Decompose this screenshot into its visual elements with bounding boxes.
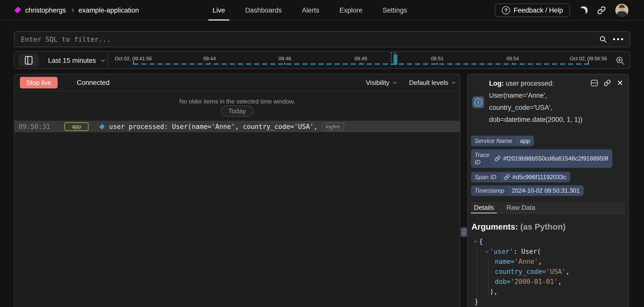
code-line: dob='2000-01-01',	[471, 277, 626, 287]
default-levels-dropdown[interactable]: Default levels	[409, 79, 454, 87]
log-level-diamond-icon	[99, 124, 105, 130]
feedback-help-button[interactable]: ? Feedback / Help	[495, 4, 570, 17]
close-icon[interactable]	[617, 80, 623, 86]
arguments-code-tree: { 'user': User( name='Anne', country_cod…	[471, 236, 626, 307]
app-root: christophergs example-application Live D…	[0, 0, 644, 307]
logfire-logo-icon	[14, 7, 21, 13]
more-options-icon[interactable]	[613, 38, 623, 40]
stop-live-button[interactable]: Stop live	[20, 77, 58, 88]
timeline-track[interactable]	[133, 63, 588, 65]
breadcrumb: christophergs example-application	[25, 0, 139, 21]
tab-live[interactable]: Live	[213, 0, 225, 21]
tab-explore[interactable]: Explore	[339, 0, 363, 21]
copy-link-icon[interactable]	[604, 79, 611, 86]
log-row[interactable]: 09:50:31 app user processed: User(name='…	[14, 121, 460, 133]
breadcrumb-org[interactable]: christophergs	[25, 7, 66, 14]
visibility-dropdown[interactable]: Visibility	[366, 79, 395, 87]
code-line: }	[471, 297, 626, 307]
code-line: ),	[471, 287, 626, 297]
top-nav-bar: christophergs example-application Live D…	[0, 0, 644, 21]
scope-tag: logfire	[322, 123, 344, 131]
sql-filter-bar	[14, 31, 630, 47]
log-detail-panel: i Log: user processed: User(name='Anne',…	[467, 74, 629, 307]
panel-resize-handle[interactable]	[461, 227, 467, 237]
today-chip[interactable]: Today	[221, 106, 253, 117]
live-controls-row: Stop live Connected Visibility Default l…	[14, 74, 460, 91]
tab-dashboards[interactable]: Dashboards	[245, 0, 282, 21]
attribute-timestamp: Timestamp 2024-10-02 09:50:31.301	[471, 185, 584, 196]
share-link-icon[interactable]	[597, 6, 606, 15]
feedback-help-label: Feedback / Help	[513, 7, 563, 14]
empty-window-message: No older items in the selected time wind…	[14, 98, 460, 105]
log-timestamp: 09:50:31	[19, 123, 50, 130]
time-range-selector[interactable]: Last 15 minutes	[48, 52, 104, 69]
attribute-service-name: Service Name app	[471, 136, 534, 146]
timeline-selection-marker	[391, 53, 396, 65]
span-link-icon[interactable]	[504, 174, 510, 180]
search-icon[interactable]	[599, 35, 607, 43]
detail-tabs: Details Raw Data	[471, 202, 625, 214]
info-level-icon: i	[472, 96, 484, 108]
tab-details[interactable]: Details	[471, 202, 497, 213]
log-message: user processed: User(name='Anne', countr…	[109, 123, 318, 130]
detail-panel-actions	[591, 79, 623, 86]
split-view-icon[interactable]	[591, 80, 598, 86]
collapse-chevron-icon[interactable]	[474, 239, 477, 243]
trace-link-icon[interactable]	[495, 156, 501, 162]
time-range-label: Last 15 minutes	[48, 57, 96, 65]
collapse-chevron-icon[interactable]	[486, 249, 489, 253]
dark-mode-toggle-moon-icon[interactable]	[579, 6, 588, 15]
breadcrumb-project[interactable]: example-application	[78, 7, 139, 14]
attribute-trace-id: Trace ID #f2019b98b550cd8a61546c2f918895…	[471, 149, 612, 168]
tab-settings[interactable]: Settings	[383, 0, 407, 21]
timeline-bar: Last 15 minutes Oct 02, 09:41:56 09:44 0…	[14, 51, 630, 69]
chevron-down-icon	[452, 80, 455, 84]
tab-alerts[interactable]: Alerts	[302, 0, 319, 21]
live-log-panel: Stop live Connected Visibility Default l…	[14, 74, 460, 307]
zoom-in-icon[interactable]	[615, 56, 625, 66]
connection-status: Connected	[77, 79, 110, 87]
user-avatar[interactable]	[615, 4, 628, 17]
code-line: country_code='USA',	[471, 267, 626, 277]
header-actions: ? Feedback / Help	[495, 0, 628, 21]
sidebar-toggle-button[interactable]	[18, 54, 39, 67]
code-line: {	[471, 236, 626, 246]
chevron-right-icon	[70, 9, 74, 12]
chevron-down-icon	[393, 80, 396, 84]
tab-raw-data[interactable]: Raw Data	[503, 202, 538, 213]
log-detail-title: Log: user processed: User(name='Anne', c…	[489, 77, 591, 126]
sql-filter-input[interactable]	[14, 32, 599, 47]
code-line: name='Anne',	[471, 257, 626, 267]
sidebar-toggle-icon	[25, 56, 32, 65]
service-tag: app	[64, 122, 89, 131]
code-line: 'user': User(	[471, 246, 626, 257]
main-nav: Live Dashboards Alerts Explore Settings	[213, 0, 407, 21]
question-circle-icon: ?	[502, 6, 510, 14]
chevron-down-icon	[101, 58, 105, 62]
arguments-heading: Arguments: (as Python)	[471, 222, 566, 232]
timeline-divider	[108, 53, 108, 67]
attribute-span-id: Span ID #d5c996f11192033c	[471, 172, 570, 182]
